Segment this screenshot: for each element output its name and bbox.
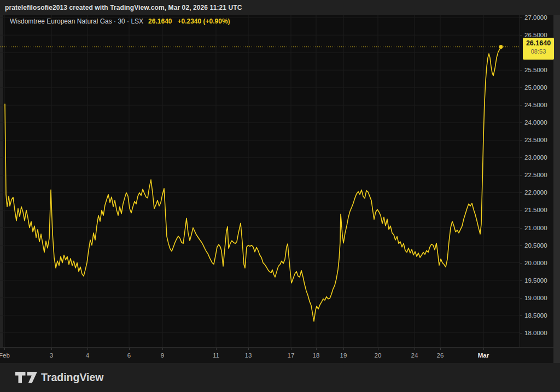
price-tick-label: 19.5000 xyxy=(524,277,547,284)
price-tick-label: 22.0000 xyxy=(524,189,547,196)
price-tick-label: 19.0000 xyxy=(524,294,547,302)
top-bar: pratelefilosofie2013 created with Tradin… xyxy=(0,0,560,15)
price-axis-tick xyxy=(520,70,522,71)
tradingview-logo-icon xyxy=(15,372,37,383)
time-tick-label: Feb xyxy=(0,352,10,359)
time-axis-tick xyxy=(4,348,5,350)
time-axis-tick xyxy=(343,348,344,350)
price-axis-tick xyxy=(520,228,522,229)
price-tick-label: 24.5000 xyxy=(524,101,547,109)
price-axis-tick xyxy=(520,315,522,316)
last-point-marker xyxy=(499,45,503,49)
time-tick-label: 17 xyxy=(288,352,295,359)
price-axis-tick xyxy=(520,35,522,36)
price-tick-label: 23.0000 xyxy=(524,154,547,161)
price-tick-label: 25.0000 xyxy=(524,84,547,91)
time-axis-tick xyxy=(440,348,441,350)
price-axis-tick xyxy=(520,17,522,18)
price-axis-tick xyxy=(520,333,522,334)
price-axis[interactable]: 26.1640 08:53 27.000026.500025.500025.00… xyxy=(520,15,553,347)
top-bar-attribution: pratelefilosofie2013 created with Tradin… xyxy=(5,4,242,11)
price-axis-tick xyxy=(520,245,522,246)
price-tick-label: 18.5000 xyxy=(524,312,547,319)
time-axis-tick xyxy=(162,348,163,350)
legend-price-change: +0.2340 (+0.90%) xyxy=(178,17,230,25)
time-tick-label: 3 xyxy=(50,352,53,359)
price-axis-tick xyxy=(520,122,522,123)
price-tick-label: 20.0000 xyxy=(524,259,547,267)
last-price-label: 26.1640 08:53 xyxy=(523,38,554,60)
price-tick-label: 20.5000 xyxy=(524,242,547,249)
time-axis-tick xyxy=(88,348,88,350)
tradingview-logo[interactable]: TradingView xyxy=(15,371,104,384)
time-axis-tick xyxy=(316,348,317,350)
price-tick-label: 21.0000 xyxy=(524,224,547,232)
time-tick-label: 20 xyxy=(375,352,382,359)
time-axis-tick xyxy=(129,348,130,350)
price-axis-tick xyxy=(520,175,522,175)
time-tick-label: Mar xyxy=(478,352,489,359)
right-edge-strip xyxy=(553,15,560,363)
time-axis-tick xyxy=(248,348,249,350)
price-tick-label: 23.5000 xyxy=(524,136,547,144)
price-axis-tick xyxy=(520,263,522,264)
footer-bar: TradingView xyxy=(0,363,560,392)
time-axis-tick xyxy=(51,348,52,350)
symbol-title[interactable]: Wisdomtree European Natural Gas · 30 · L… xyxy=(10,17,143,25)
time-tick-label: 4 xyxy=(86,352,89,359)
time-tick-label: 9 xyxy=(161,352,164,359)
time-tick-label: 6 xyxy=(127,352,131,359)
time-tick-label: 18 xyxy=(313,352,320,359)
price-axis-tick xyxy=(520,140,522,141)
time-tick-label: 11 xyxy=(213,352,219,359)
last-price-label-time: 08:53 xyxy=(523,48,554,55)
tradingview-logo-text: TradingView xyxy=(41,371,104,384)
price-axis-tick xyxy=(520,87,522,88)
time-axis-tick xyxy=(216,348,217,350)
price-axis-tick xyxy=(520,210,522,210)
price-tick-label: 24.0000 xyxy=(524,119,547,126)
price-axis-tick xyxy=(520,298,522,299)
symbol-legend[interactable]: Wisdomtree European Natural Gas · 30 · L… xyxy=(10,17,230,25)
price-axis-tick xyxy=(520,105,522,106)
time-axis-tick xyxy=(415,348,415,350)
price-tick-label: 22.5000 xyxy=(524,171,547,179)
price-tick-label: 27.0000 xyxy=(524,14,547,21)
price-tick-label: 18.0000 xyxy=(524,329,547,337)
price-chart-svg[interactable] xyxy=(0,15,520,347)
time-axis[interactable]: Feb34691113171819202426Mar xyxy=(0,347,553,363)
price-axis-tick xyxy=(520,280,522,281)
time-tick-label: 19 xyxy=(340,352,347,359)
time-tick-label: 26 xyxy=(437,352,444,359)
price-axis-tick xyxy=(520,192,522,193)
time-axis-tick xyxy=(483,348,484,350)
price-axis-tick xyxy=(520,157,522,158)
time-axis-tick xyxy=(291,348,291,350)
last-price-label-value: 26.1640 xyxy=(523,39,554,48)
time-tick-label: 24 xyxy=(411,352,418,359)
price-tick-label: 21.5000 xyxy=(524,206,547,214)
price-tick-label: 25.5000 xyxy=(524,66,547,74)
legend-last-price: 26.1640 xyxy=(148,17,172,25)
time-tick-label: 13 xyxy=(245,352,252,359)
time-axis-tick xyxy=(378,348,378,350)
